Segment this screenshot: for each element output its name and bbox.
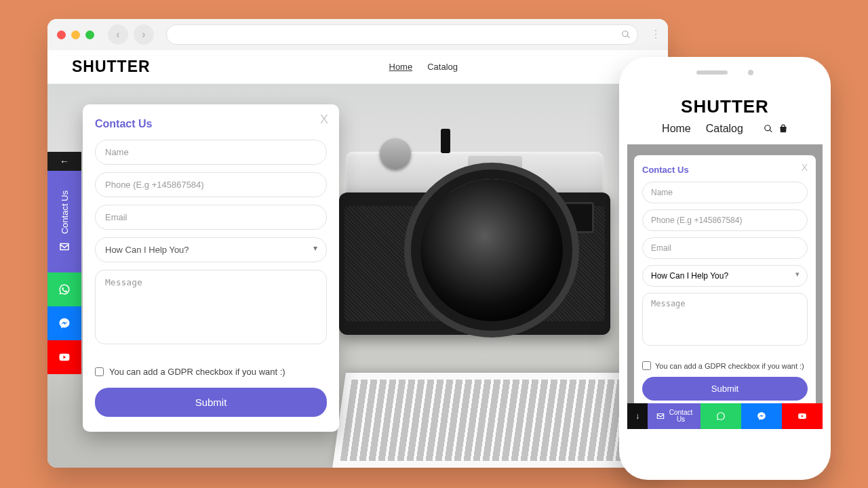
browser-window: ‹ › ⋮ SHUTTER Home Catalog <box>47 19 668 468</box>
gdpr-label: You can add a GDPR checkbox if you want … <box>109 367 285 377</box>
mobile-nav: Home Catalog <box>627 123 823 144</box>
whatsapp-button[interactable] <box>47 272 81 306</box>
mobile-gdpr-label: You can add a GDPR checkbox if you want … <box>655 362 804 370</box>
modal-title: Contact Us <box>95 118 327 130</box>
mobile-contact-modal: Contact Us X How Can I Help You? You can… <box>634 155 816 411</box>
mobile-contact-us-tab[interactable]: Contact Us <box>648 403 701 429</box>
browser-toolbar: ‹ › ⋮ <box>47 19 668 50</box>
mobile-messenger-button[interactable] <box>741 403 782 429</box>
help-select[interactable]: How Can I Help You? <box>95 237 327 262</box>
nav-forward-button[interactable]: › <box>134 24 154 45</box>
speaker-icon <box>696 70 728 75</box>
mobile-submit-button[interactable]: Submit <box>642 377 808 401</box>
minimize-window-icon[interactable] <box>71 30 80 39</box>
mobile-help-select[interactable]: How Can I Help You? <box>642 265 808 287</box>
contact-us-label: Contact Us <box>60 190 70 234</box>
phone-notch <box>627 65 823 80</box>
site-header: SHUTTER Home Catalog <box>47 50 668 84</box>
search-icon[interactable] <box>764 124 773 134</box>
mobile-name-field[interactable] <box>642 182 808 203</box>
widget-collapse-button[interactable]: ← <box>47 152 81 171</box>
name-field[interactable] <box>95 140 327 165</box>
front-camera-icon <box>748 70 753 75</box>
window-controls <box>57 30 94 39</box>
messenger-icon <box>58 317 71 329</box>
nav-back-button[interactable]: ‹ <box>108 24 128 45</box>
mobile-widget-bar: ↓ Contact Us <box>627 403 823 429</box>
main-nav: Home Catalog <box>389 62 458 72</box>
contact-modal: Contact Us X How Can I Help You? You can… <box>83 104 339 432</box>
modal-close-button[interactable]: X <box>320 113 328 127</box>
mobile-brand-logo[interactable]: SHUTTER <box>627 80 823 123</box>
gdpr-checkbox[interactable] <box>95 367 104 376</box>
address-bar[interactable] <box>166 24 638 45</box>
mobile-widget-collapse-button[interactable]: ↓ <box>627 403 648 429</box>
message-field[interactable] <box>95 270 327 344</box>
mobile-gdpr-row[interactable]: You can add a GDPR checkbox if you want … <box>642 361 808 370</box>
browser-menu-icon[interactable]: ⋮ <box>650 33 658 37</box>
hero-prints-image <box>332 373 651 468</box>
mobile-hero: Contact Us X How Can I Help You? You can… <box>627 144 823 429</box>
phone-screen: SHUTTER Home Catalog Contact Us X How Ca… <box>627 65 823 472</box>
mobile-nav-home[interactable]: Home <box>662 123 691 135</box>
email-field[interactable] <box>95 205 327 230</box>
whatsapp-icon <box>716 411 726 421</box>
mobile-whatsapp-button[interactable] <box>701 403 741 429</box>
phone-field[interactable] <box>95 172 327 197</box>
mobile-youtube-button[interactable] <box>782 403 823 429</box>
mobile-nav-catalog[interactable]: Catalog <box>706 123 743 135</box>
contact-us-tab[interactable]: Contact Us <box>47 171 81 272</box>
gdpr-row[interactable]: You can add a GDPR checkbox if you want … <box>95 367 327 377</box>
nav-catalog[interactable]: Catalog <box>427 62 458 72</box>
youtube-button[interactable] <box>47 340 81 374</box>
nav-home[interactable]: Home <box>389 62 413 72</box>
phone-mockup: SHUTTER Home Catalog Contact Us X How Ca… <box>619 57 831 480</box>
close-window-icon[interactable] <box>57 30 66 39</box>
mobile-contact-us-label-2: Us <box>677 416 685 423</box>
mobile-message-field[interactable] <box>642 293 808 346</box>
search-icon <box>621 30 631 39</box>
bag-icon[interactable] <box>778 124 788 134</box>
hero-section: ← Contact Us Contact Us X <box>47 84 668 468</box>
messenger-button[interactable] <box>47 306 81 340</box>
messenger-icon <box>757 411 766 421</box>
mobile-modal-close-button[interactable]: X <box>802 162 808 173</box>
youtube-icon <box>797 411 807 421</box>
whatsapp-icon <box>58 283 71 296</box>
youtube-icon <box>58 351 71 363</box>
mail-icon <box>656 411 665 421</box>
mobile-phone-field[interactable] <box>642 209 808 231</box>
mobile-gdpr-checkbox[interactable] <box>642 361 651 370</box>
hero-camera-image <box>339 152 610 348</box>
contact-widget-sidebar: ← Contact Us <box>47 152 81 374</box>
mobile-email-field[interactable] <box>642 237 808 259</box>
submit-button[interactable]: Submit <box>95 388 327 417</box>
brand-logo[interactable]: SHUTTER <box>72 58 151 76</box>
maximize-window-icon[interactable] <box>85 30 94 39</box>
mobile-modal-title: Contact Us <box>642 165 808 175</box>
mail-icon <box>58 241 71 253</box>
